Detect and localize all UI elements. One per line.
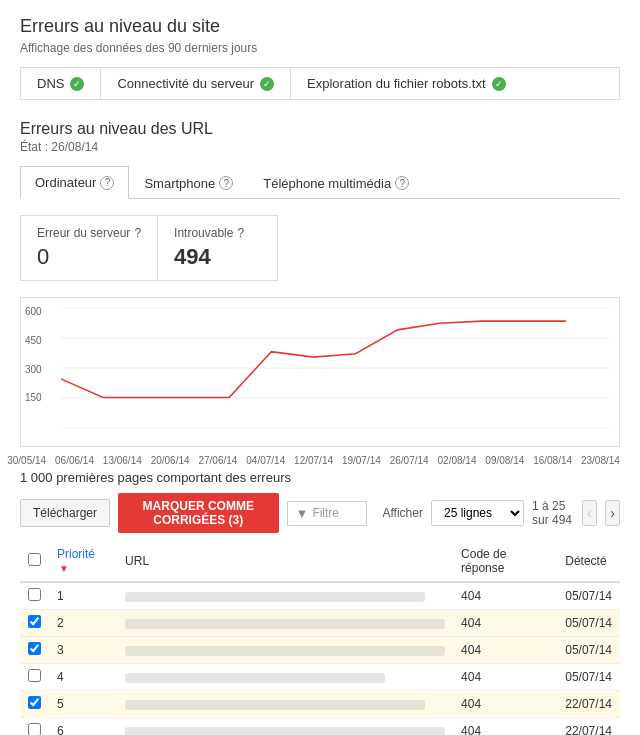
table-toolbar: Télécharger MARQUER COMME CORRIGÉES (3) …: [20, 493, 620, 533]
x-label-4: 13/06/14: [103, 455, 142, 466]
row-checkbox-cell: [20, 610, 49, 637]
row-4-url: [117, 664, 453, 691]
status-robots: Exploration du fichier robots.txt ✓: [291, 68, 521, 99]
afficher-label: Afficher: [383, 506, 423, 520]
ordinateur-help-icon[interactable]: ?: [100, 176, 114, 190]
x-label-14: 23/08/14: [581, 455, 620, 466]
x-label-12: 09/08/14: [485, 455, 524, 466]
table-row: 2 404 05/07/14: [20, 610, 620, 637]
row-1-response-code: 404: [453, 582, 557, 610]
not-found-help-icon[interactable]: ?: [237, 226, 244, 240]
row-6-priority: 6: [49, 718, 117, 736]
sort-arrow-icon: ▼: [59, 563, 69, 574]
filter-placeholder: Filtre: [312, 506, 339, 520]
x-label-13: 16/08/14: [533, 455, 572, 466]
status-connectivity: Connectivité du serveur ✓: [101, 68, 291, 99]
table-header-row: Priorité ▼ URL Code de réponse Détecté: [20, 541, 620, 582]
metric-server-error: Erreur du serveur ? 0: [20, 215, 158, 281]
table-row: 6 404 22/07/14: [20, 718, 620, 736]
row-checkbox-cell: [20, 691, 49, 718]
row-6-response-code: 404: [453, 718, 557, 736]
x-label-6: 27/06/14: [198, 455, 237, 466]
row-6-detected: 22/07/14: [557, 718, 620, 736]
row-checkbox-cell: [20, 664, 49, 691]
page-container: Erreurs au niveau du site Affichage des …: [0, 0, 640, 735]
mark-corrected-button[interactable]: MARQUER COMME CORRIGÉES (3): [118, 493, 278, 533]
pagination-text: 1 à 25 sur 494: [532, 499, 574, 527]
next-page-button[interactable]: ›: [605, 500, 620, 526]
server-error-help-icon[interactable]: ?: [134, 226, 141, 240]
row-5-checkbox[interactable]: [28, 696, 41, 709]
tab-telephone-label: Téléphone multimédia: [263, 176, 391, 191]
connectivity-check-icon: ✓: [260, 77, 274, 91]
row-2-detected: 05/07/14: [557, 610, 620, 637]
row-6-checkbox[interactable]: [28, 723, 41, 735]
y-label-600: 600: [25, 306, 42, 317]
tab-telephone[interactable]: Téléphone multimédia ?: [248, 166, 424, 199]
x-axis-labels: ... 30/05/14 06/06/14 13/06/14 20/06/14 …: [0, 453, 620, 470]
row-1-detected: 05/07/14: [557, 582, 620, 610]
row-2-priority: 2: [49, 610, 117, 637]
y-label-150: 150: [25, 392, 42, 403]
y-axis-labels: 600 450 300 150: [25, 306, 42, 421]
chart-area: 600 450 300 150: [20, 297, 620, 447]
select-all-checkbox[interactable]: [28, 553, 41, 566]
site-errors-title: Erreurs au niveau du site: [20, 16, 620, 37]
row-2-checkbox[interactable]: [28, 615, 41, 628]
metric-not-found: Introuvable ? 494: [158, 215, 278, 281]
header-priority[interactable]: Priorité ▼: [49, 541, 117, 582]
errors-table: Priorité ▼ URL Code de réponse Détecté 1…: [20, 541, 620, 735]
table-row: 5 404 22/07/14: [20, 691, 620, 718]
row-1-url: [117, 582, 453, 610]
telephone-help-icon[interactable]: ?: [395, 176, 409, 190]
dns-check-icon: ✓: [70, 77, 84, 91]
tab-ordinateur[interactable]: Ordinateur ?: [20, 166, 129, 199]
prev-page-button[interactable]: ‹: [582, 500, 597, 526]
row-3-priority: 3: [49, 637, 117, 664]
row-3-url: [117, 637, 453, 664]
site-errors-subtitle: Affichage des données des 90 derniers jo…: [20, 41, 620, 55]
row-checkbox-cell: [20, 582, 49, 610]
metric-not-found-label: Introuvable ?: [174, 226, 261, 240]
row-3-detected: 05/07/14: [557, 637, 620, 664]
row-checkbox-cell: [20, 718, 49, 736]
tab-smartphone[interactable]: Smartphone ?: [129, 166, 248, 199]
filter-box[interactable]: ▼ Filtre: [287, 501, 367, 526]
row-4-detected: 05/07/14: [557, 664, 620, 691]
row-checkbox-cell: [20, 637, 49, 664]
row-4-response-code: 404: [453, 664, 557, 691]
row-4-priority: 4: [49, 664, 117, 691]
y-label-450: 450: [25, 335, 42, 346]
device-tabs: Ordinateur ? Smartphone ? Téléphone mult…: [20, 166, 620, 199]
chart-svg: [61, 308, 609, 428]
status-dns: DNS ✓: [21, 68, 101, 99]
row-1-checkbox[interactable]: [28, 588, 41, 601]
smartphone-help-icon[interactable]: ?: [219, 176, 233, 190]
y-label-300: 300: [25, 364, 42, 375]
table-section-title: 1 000 premières pages comportant des err…: [20, 470, 620, 485]
row-2-url: [117, 610, 453, 637]
x-label-8: 12/07/14: [294, 455, 333, 466]
x-label-3: 06/06/14: [55, 455, 94, 466]
row-4-checkbox[interactable]: [28, 669, 41, 682]
dns-label: DNS: [37, 76, 64, 91]
x-label-2: 30/05/14: [7, 455, 46, 466]
pagination-info: Afficher 25 lignes 10 lignes 50 lignes 1…: [383, 499, 621, 527]
table-row: 1 404 05/07/14: [20, 582, 620, 610]
metric-not-found-value: 494: [174, 244, 261, 270]
url-errors-title: Erreurs au niveau des URL: [20, 120, 620, 138]
x-label-11: 02/08/14: [438, 455, 477, 466]
table-row: 4 404 05/07/14: [20, 664, 620, 691]
table-row: 3 404 05/07/14: [20, 637, 620, 664]
row-2-response-code: 404: [453, 610, 557, 637]
robots-check-icon: ✓: [492, 77, 506, 91]
status-bar: DNS ✓ Connectivité du serveur ✓ Explorat…: [20, 67, 620, 100]
per-page-select[interactable]: 25 lignes 10 lignes 50 lignes 100 lignes: [431, 500, 524, 526]
connectivity-label: Connectivité du serveur: [117, 76, 254, 91]
tab-smartphone-label: Smartphone: [144, 176, 215, 191]
state-label: État : 26/08/14: [20, 140, 620, 154]
header-detected: Détecté: [557, 541, 620, 582]
row-3-checkbox[interactable]: [28, 642, 41, 655]
row-6-url: [117, 718, 453, 736]
download-button[interactable]: Télécharger: [20, 499, 110, 527]
